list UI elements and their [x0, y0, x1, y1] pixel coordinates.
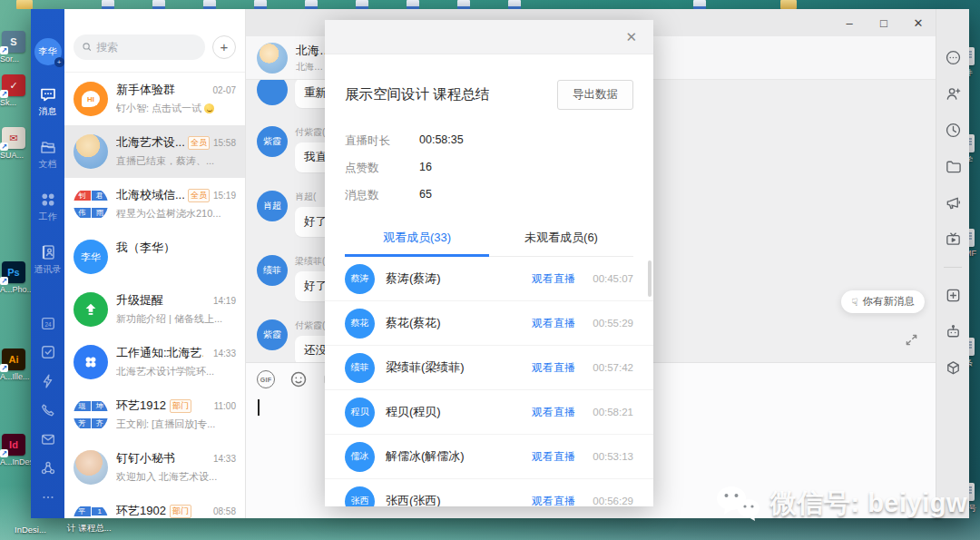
chat-item[interactable]: 李华 我（李华） — [64, 231, 245, 283]
group-avatar[interactable] — [257, 43, 288, 74]
member-row[interactable]: 张西 张西(张西) 观看直播 00:56:29 — [325, 479, 653, 506]
desktop-shortcut-indesign[interactable]: Id↗ — [2, 434, 25, 456]
course-summary-modal: ✕ 展示空间设计 课程总结 导出数据 直播时长00:58:35 点赞数16 消息… — [325, 20, 653, 506]
desktop-shortcut-label: SUA... — [0, 151, 24, 160]
desktop-doc-icon[interactable] — [152, 0, 165, 9]
search-input[interactable] — [96, 41, 197, 54]
history-clock-icon[interactable] — [945, 122, 962, 139]
sender-avatar[interactable]: 紫霞 — [257, 319, 288, 350]
watch-live-link[interactable]: 观看直播 — [532, 271, 575, 287]
search-box[interactable] — [74, 34, 205, 60]
chat-bubble-icon — [39, 85, 57, 103]
sender-avatar[interactable]: 紫霞 — [257, 126, 288, 157]
sender-avatar[interactable]: 绩菲 — [257, 255, 288, 286]
calendar-icon[interactable]: 24 — [40, 315, 56, 331]
watch-live-link[interactable]: 观看直播 — [532, 360, 575, 376]
chat-item[interactable]: HI 新手体验群02-07 钉小智: 点击试一试 — [64, 73, 245, 125]
watch-live-link[interactable]: 观看直播 — [532, 494, 575, 507]
desktop-doc-icon[interactable] — [693, 0, 706, 9]
chat-item-selected[interactable]: 北海艺术设...全员15:58 直播已结束，蔡涛、... — [64, 125, 245, 178]
watch-live-link[interactable]: 观看直播 — [532, 405, 575, 420]
desktop-doc-icon[interactable] — [305, 0, 318, 9]
network-circles-icon[interactable] — [40, 460, 56, 476]
chat-item[interactable]: 平111 环艺1902部门08:58 袁柚华 撤回了 条消息 — [64, 494, 245, 518]
chat-name: 工作通知:北海艺... — [116, 345, 203, 361]
tab-watched-members[interactable]: 观看成员(33) — [345, 221, 489, 256]
shortcut-arrow-icon: ↗ — [0, 449, 8, 457]
announcement-icon[interactable] — [945, 194, 962, 211]
watch-duration: 00:58:21 — [583, 407, 633, 417]
more-dots-icon[interactable] — [40, 489, 56, 506]
svg-text:24: 24 — [44, 321, 52, 328]
avatar[interactable]: 李华 + — [34, 38, 62, 65]
add-chat-button[interactable]: + — [212, 35, 236, 59]
member-row[interactable]: 儒冰 解儒冰(解儒冰) 观看直播 00:53:13 — [325, 435, 653, 479]
minimize-button[interactable]: – — [832, 9, 867, 36]
export-data-button[interactable]: 导出数据 — [557, 80, 633, 110]
desktop-doc-icon[interactable] — [356, 0, 368, 9]
work-grid-icon — [39, 191, 57, 209]
chat-item[interactable]: 琨坤芳齐 环艺1912部门11:00 王文刚: [直播回放]专... — [64, 388, 245, 441]
chat-subtitle: 直播已结束，蔡涛、... — [116, 154, 236, 168]
member-row[interactable]: 程贝 程贝(程贝) 观看直播 00:58:21 — [325, 390, 653, 435]
sender-avatar[interactable] — [257, 80, 288, 105]
gif-icon[interactable]: GIF — [257, 370, 275, 388]
more-circle-icon[interactable] — [945, 49, 962, 66]
desktop-folder-icon[interactable] — [780, 0, 797, 9]
add-member-icon[interactable] — [945, 85, 962, 103]
chat-subtitle: 新功能介绍 | 储备线上... — [116, 312, 236, 326]
expand-icon[interactable] — [904, 332, 919, 348]
desktop-shortcut-icon[interactable]: S↗ — [2, 31, 25, 53]
sidebar-item-messages[interactable]: 消息 — [39, 85, 57, 118]
desktop-shortcut-icon[interactable]: ✓↗ — [2, 74, 25, 96]
member-row[interactable]: 绩菲 梁绩菲(梁绩菲) 观看直播 00:57:42 — [325, 346, 653, 390]
close-button[interactable]: ✕ — [901, 9, 936, 36]
live-stats: 直播时长00:58:35 点赞数16 消息数65 — [345, 133, 633, 215]
desktop-folder-icon[interactable] — [16, 0, 33, 9]
live-video-icon[interactable] — [945, 231, 962, 248]
new-message-pill[interactable]: ☟ 你有新消息 — [841, 290, 925, 313]
sidebar-item-contacts[interactable]: 通讯录 — [34, 243, 62, 276]
flash-icon[interactable] — [40, 373, 56, 389]
chat-item[interactable]: 钊君伟雨 北海校域信...全员15:19 程昱为公益树浇水210... — [64, 178, 245, 231]
desktop-doc-icon[interactable] — [254, 0, 267, 9]
desktop-doc-icon[interactable] — [203, 0, 216, 9]
desktop-doc-icon[interactable] — [407, 0, 419, 9]
add-app-icon[interactable] — [945, 287, 962, 304]
watch-live-link[interactable]: 观看直播 — [532, 316, 575, 331]
mail-icon[interactable] — [40, 431, 56, 447]
todo-check-icon[interactable] — [40, 344, 56, 360]
chat-name: 环艺1912 — [116, 398, 166, 414]
clover-icon — [83, 354, 99, 370]
chat-item[interactable]: 钉钉小秘书14:33 欢迎加入 北海艺术设... — [64, 441, 245, 494]
desktop-doc-icon[interactable] — [457, 0, 470, 9]
all-members-badge: 全员 — [188, 136, 210, 150]
member-row[interactable]: 蔡花 蔡花(蔡花) 观看直播 00:55:29 — [325, 301, 653, 346]
chat-subtitle: 王文刚: [直播回放]专... — [116, 417, 236, 431]
sidebar-item-docs[interactable]: 文档 — [39, 138, 57, 171]
sender-avatar[interactable]: 肖超 — [257, 191, 288, 221]
chat-item[interactable]: 升级提醒14:19 新功能介绍 | 储备线上... — [64, 283, 245, 336]
chat-time: 15:19 — [213, 191, 236, 201]
cube-add-icon[interactable] — [945, 359, 962, 377]
tab-unwatched-members[interactable]: 未观看成员(6) — [489, 221, 633, 256]
chat-item[interactable]: 工作通知:北海艺...14:33 北海艺术设计学院环... — [64, 336, 245, 388]
member-avatar: 程贝 — [345, 398, 375, 427]
desktop-shortcut-photoshop[interactable]: Ps↗ — [2, 261, 25, 283]
desktop-doc-icon[interactable] — [102, 0, 114, 9]
phone-call-icon[interactable] — [40, 402, 56, 418]
maximize-button[interactable]: □ — [867, 9, 901, 36]
member-row[interactable]: 蔡涛 蔡涛(蔡涛) 观看直播 00:45:07 — [325, 257, 653, 301]
folder-icon[interactable] — [945, 158, 962, 175]
modal-close-icon[interactable]: ✕ — [620, 27, 642, 47]
desktop-shortcut-icon[interactable]: ✉↗ — [2, 127, 25, 149]
watch-live-link[interactable]: 观看直播 — [532, 449, 575, 465]
sidebar-item-work[interactable]: 工作 — [39, 191, 57, 223]
avatar-status-icon: + — [54, 57, 64, 67]
emoji-icon[interactable] — [289, 370, 308, 388]
desktop-shortcut-illustrator[interactable]: Ai↗ — [2, 349, 25, 370]
desktop-doc-icon[interactable] — [508, 0, 521, 9]
member-name: 蔡花(蔡花) — [386, 315, 532, 331]
scrollbar[interactable] — [648, 260, 652, 297]
robot-icon[interactable] — [945, 323, 962, 340]
